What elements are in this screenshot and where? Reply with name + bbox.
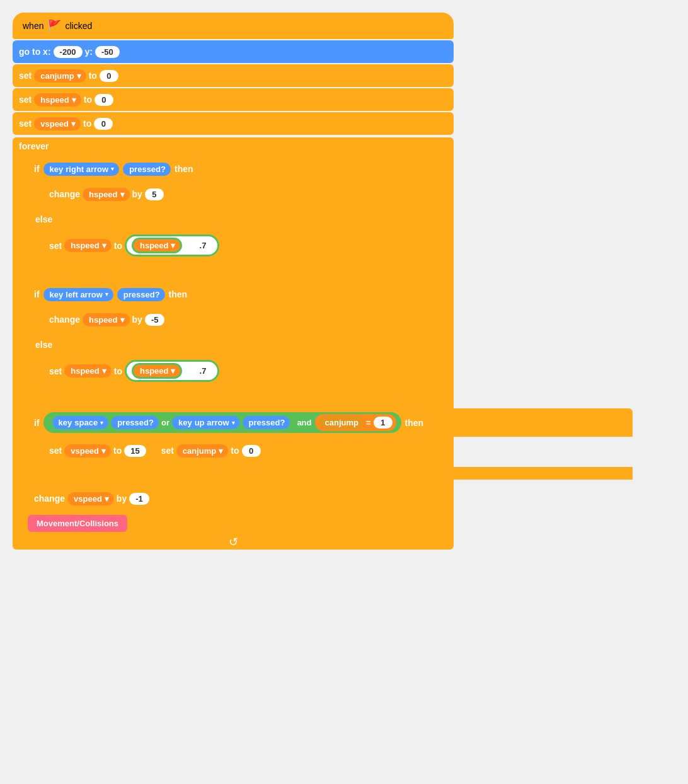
if1-pressed[interactable]: pressed?: [123, 163, 171, 176]
if1-by-val[interactable]: 5: [145, 188, 164, 200]
goto-block[interactable]: go to x: -200 y: -50: [13, 40, 454, 63]
goto-label: go to x:: [19, 47, 51, 57]
if2-header[interactable]: if key left arrow ▾ pressed? then: [28, 283, 454, 306]
set2-label: set: [19, 95, 32, 105]
if2-else-body: set hspeed ▾ to hspeed ▾ * .7: [28, 354, 454, 391]
set-canjump-block[interactable]: set canjump ▾ to 0: [13, 64, 454, 87]
if2-key-dropdown[interactable]: key left arrow ▾: [43, 288, 113, 301]
canjump-dropdown[interactable]: canjump ▾: [34, 69, 86, 83]
if3-key1[interactable]: key space ▾: [52, 416, 109, 429]
if3-container: if key space ▾ pressed?: [28, 408, 454, 480]
clicked-label: clicked: [65, 21, 92, 31]
set1-val[interactable]: 0: [100, 70, 118, 82]
set1-to: to: [89, 71, 97, 81]
set2-to: to: [84, 95, 92, 105]
if3-canjump-var[interactable]: canjump: [319, 416, 364, 429]
canjump-var3[interactable]: canjump ▾: [176, 444, 228, 458]
expr1-var[interactable]: hspeed ▾: [132, 238, 183, 253]
if1-hspeed-dropdown[interactable]: hspeed ▾: [83, 188, 130, 201]
footer-arrow: ↺: [229, 535, 238, 549]
goto-x-value[interactable]: -200: [54, 46, 83, 58]
movement-collisions-label: Movement/Collisions: [37, 519, 118, 528]
if2-container: if key left arrow ▾ pressed? then change: [28, 283, 454, 401]
goto-y-value[interactable]: -50: [95, 46, 120, 58]
forever-container: forever if key right arrow ▾ pressed? th…: [13, 137, 454, 550]
if3-key2[interactable]: key up arrow ▾: [172, 416, 240, 429]
if1-footer: [28, 265, 454, 275]
set-hspeed-expr2[interactable]: set hspeed ▾ to hspeed ▾ * .7: [43, 356, 226, 386]
if3-bottom-bar: [28, 467, 633, 480]
if3-pressed2[interactable]: pressed?: [243, 416, 290, 429]
if3-canjump-expr: canjump = 1: [315, 414, 396, 431]
if2-pressed[interactable]: pressed?: [117, 288, 165, 301]
vspeed-dropdown[interactable]: vspeed ▾: [34, 117, 81, 130]
set-vspeed-15[interactable]: set vspeed ▾ to 15: [43, 439, 152, 462]
expr2-var[interactable]: hspeed ▾: [132, 363, 183, 379]
set3-to: to: [83, 118, 91, 129]
hspeed-dropdown[interactable]: hspeed ▾: [34, 93, 81, 107]
if1-else-body: set hspeed ▾ to hspeed ▾ * .7: [28, 228, 454, 265]
set2-val[interactable]: 0: [95, 94, 113, 106]
hspeed-expr2: hspeed ▾ * .7: [125, 360, 219, 382]
if1-container: if key right arrow ▾ pressed? then chang…: [28, 158, 454, 275]
if1-header[interactable]: if key right arrow ▾ pressed? then: [28, 158, 454, 180]
forever-footer: ↺: [13, 534, 454, 550]
flag-icon: 🚩: [47, 19, 61, 33]
if3-header[interactable]: if key space ▾ pressed?: [28, 408, 633, 437]
goto-y-label: y:: [85, 47, 93, 57]
if2-else: else: [28, 336, 454, 354]
change-hspeed-left[interactable]: change hspeed ▾ by -5: [43, 308, 171, 331]
vspeed-15-val[interactable]: 15: [124, 445, 146, 457]
hat-block[interactable]: when 🚩 clicked: [13, 13, 454, 39]
vspeed-change-val[interactable]: -1: [129, 493, 149, 505]
change-hspeed-right[interactable]: change hspeed ▾ by 5: [43, 183, 170, 205]
if2-hspeed-dropdown[interactable]: hspeed ▾: [83, 313, 130, 326]
if3-body: set vspeed ▾ to 15 set canjump ▾: [28, 437, 454, 467]
when-label: when: [23, 21, 43, 31]
blocks-workspace: when 🚩 clicked go to x: -200 y: -50 set …: [13, 13, 454, 550]
set-canjump-0[interactable]: set canjump ▾ to 0: [155, 439, 267, 462]
if1-else: else: [28, 210, 454, 228]
set-vspeed-block[interactable]: set vspeed ▾ to 0: [13, 112, 454, 135]
forever-body: if key right arrow ▾ pressed? then chang…: [13, 155, 454, 534]
movement-collisions-block[interactable]: Movement/Collisions: [28, 515, 127, 532]
expr1-val[interactable]: .7: [193, 239, 213, 251]
set3-val[interactable]: 0: [94, 118, 113, 130]
canjump-0-val[interactable]: 0: [242, 445, 261, 457]
if2-body: change hspeed ▾ by -5: [28, 306, 454, 336]
change-vspeed-block[interactable]: change vspeed ▾ by -1: [28, 487, 454, 510]
set-hspeed-expr1[interactable]: set hspeed ▾ to hspeed ▾ * .7: [43, 231, 226, 260]
if3-eq-val[interactable]: 1: [374, 417, 393, 429]
if2-footer: [28, 391, 454, 401]
else1-hspeed-var[interactable]: hspeed ▾: [64, 239, 112, 252]
if1-key-dropdown[interactable]: key right arrow ▾: [43, 163, 120, 176]
set1-label: set: [19, 71, 32, 81]
forever-header[interactable]: forever: [13, 137, 454, 155]
hspeed-expr1: hspeed ▾ * .7: [125, 234, 219, 257]
if2-by-val[interactable]: -5: [145, 314, 165, 326]
set-hspeed-block[interactable]: set hspeed ▾ to 0: [13, 88, 454, 111]
else2-hspeed-var[interactable]: hspeed ▾: [64, 364, 112, 378]
if3-or-expr: key space ▾ pressed? or key up arrow: [49, 414, 294, 431]
if3-full-expr: key space ▾ pressed? or key up arrow: [43, 412, 401, 433]
if3-pressed1[interactable]: pressed?: [111, 416, 159, 429]
set3-label: set: [19, 118, 32, 129]
expr2-val[interactable]: .7: [193, 365, 213, 377]
if1-body: change hspeed ▾ by 5: [28, 180, 454, 210]
vspeed-change-dropdown[interactable]: vspeed ▾: [67, 492, 114, 505]
vspeed-var3[interactable]: vspeed ▾: [64, 444, 111, 458]
